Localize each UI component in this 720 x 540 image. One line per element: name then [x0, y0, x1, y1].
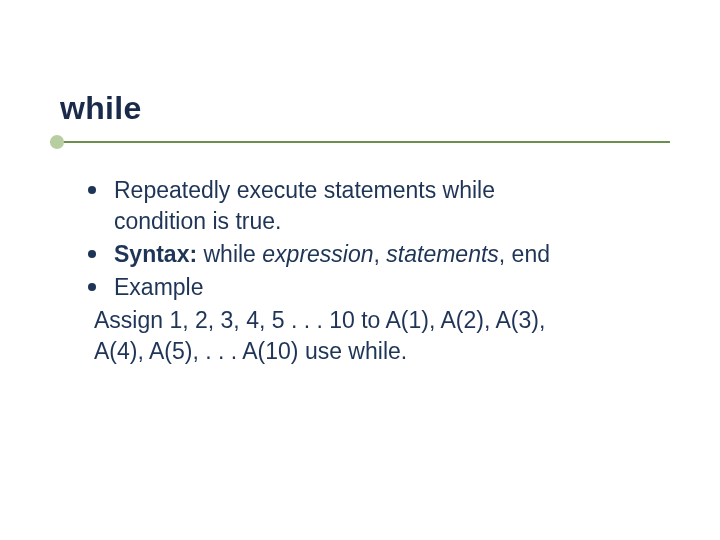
syntax-text: ,: [374, 241, 387, 267]
syntax-text: while: [197, 241, 262, 267]
bullet-item: Example: [88, 272, 650, 303]
slide-title: while: [60, 90, 660, 127]
bullet-text-line: condition is true.: [114, 208, 281, 234]
syntax-statements: statements: [386, 241, 499, 267]
bullet-item: Repeatedly execute statements while cond…: [88, 175, 650, 237]
slide-body: Repeatedly execute statements while cond…: [60, 175, 660, 367]
bullet-text-line: Example: [114, 274, 203, 300]
bullet-list: Repeatedly execute statements while cond…: [88, 175, 650, 303]
rule-dot-icon: [50, 135, 64, 149]
syntax-expression: expression: [262, 241, 373, 267]
example-line: Assign 1, 2, 3, 4, 5 . . . 10 to A(1), A…: [94, 305, 650, 336]
bullet-text-line: Repeatedly execute statements while: [114, 177, 495, 203]
syntax-label: Syntax:: [114, 241, 197, 267]
bullet-item: Syntax: while expression, statements, en…: [88, 239, 650, 270]
slide: while Repeatedly execute statements whil…: [0, 0, 720, 540]
syntax-text: , end: [499, 241, 550, 267]
example-line: A(4), A(5), . . . A(10) use while.: [94, 336, 650, 367]
title-rule: [50, 135, 670, 149]
rule-line: [50, 141, 670, 143]
example-body: Assign 1, 2, 3, 4, 5 . . . 10 to A(1), A…: [88, 305, 650, 367]
title-row: while: [60, 90, 660, 127]
